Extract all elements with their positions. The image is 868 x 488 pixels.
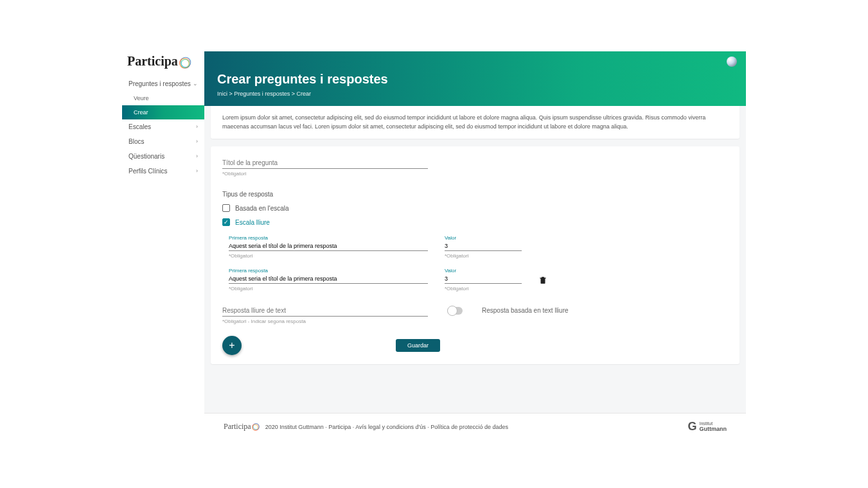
- sidebar-item-questionaris[interactable]: Qüestionaris ›: [122, 149, 204, 164]
- chevron-right-icon: ›: [196, 168, 198, 174]
- sidebar-item-escales[interactable]: Escales ›: [122, 119, 204, 134]
- float-label: Valor: [445, 268, 522, 274]
- response-row: Primera resposta *Obligatori Valor *Obli…: [229, 235, 728, 259]
- sidebar-nav: Preguntes i respostes ⌄ Veure Crear Esca…: [122, 76, 204, 179]
- helper-text: *Obligatori: [222, 171, 728, 177]
- sidebar-item-label: Preguntes i respostes: [128, 80, 191, 87]
- info-card: Lorem ipsum dolor sit amet, consectetur …: [211, 106, 740, 139]
- response-type-label: Tipus de resposta: [222, 191, 728, 198]
- helper-text: *Obligatori: [229, 286, 428, 292]
- response-value-col: Valor *Obligatori: [445, 268, 522, 292]
- free-text-row: *Obligatori - Indicar segona resposta Re…: [222, 303, 728, 324]
- float-label: Primera resposta: [229, 235, 428, 241]
- sidebar-item-label: Escales: [128, 123, 151, 130]
- info-text: Lorem ipsum dolor sit amet, consectetur …: [222, 114, 705, 130]
- response-title-input[interactable]: [229, 274, 428, 284]
- float-label: Primera resposta: [229, 268, 428, 274]
- footer-left: Participa 2020 Institut Guttmann · Parti…: [224, 422, 508, 431]
- footer-brand: Participa: [224, 422, 260, 431]
- checkbox-icon: [222, 204, 230, 212]
- chevron-down-icon: ⌄: [193, 80, 198, 87]
- responses-block: Primera resposta *Obligatori Valor *Obli…: [222, 235, 728, 292]
- helper-text: *Obligatori: [445, 253, 522, 259]
- helper-text: *Obligatori: [229, 253, 428, 259]
- form-actions: + Guardar: [222, 336, 728, 355]
- page-title: Crear preguntes i respostes: [217, 72, 733, 87]
- brand-name: Participa: [127, 54, 178, 69]
- response-title-input[interactable]: [229, 241, 428, 251]
- g-mark-icon: G: [687, 420, 696, 433]
- sidebar-item-label: Qüestionaris: [128, 153, 164, 160]
- sidebar-item-label: Blocs: [128, 138, 144, 145]
- app-shell: Participa Preguntes i respostes ⌄ Veure …: [122, 51, 746, 440]
- checkbox-checked-icon: [222, 218, 230, 226]
- question-title-field: *Obligatori: [222, 155, 728, 177]
- page-header: Crear preguntes i respostes Inici > Preg…: [204, 51, 746, 106]
- sidebar: Participa Preguntes i respostes ⌄ Veure …: [122, 51, 204, 440]
- option-label: Basada en l'escala: [235, 205, 289, 212]
- main: Crear preguntes i respostes Inici > Preg…: [204, 51, 746, 440]
- option-label: Escala lliure: [235, 219, 270, 226]
- free-text-input[interactable]: [222, 303, 428, 317]
- chevron-right-icon: ›: [196, 123, 198, 130]
- footer-text: 2020 Institut Guttmann · Participa · Aví…: [265, 424, 508, 430]
- float-label: Valor: [445, 235, 522, 241]
- response-value-col: Valor *Obligatori: [445, 235, 522, 259]
- org-main: Guttmann: [700, 426, 727, 432]
- trash-icon: [538, 275, 547, 284]
- chevron-right-icon: ›: [196, 153, 198, 159]
- response-value-input[interactable]: [445, 274, 522, 284]
- sidebar-item-blocs[interactable]: Blocs ›: [122, 134, 204, 149]
- delete-response-button[interactable]: [538, 275, 547, 284]
- response-title-col: Primera resposta *Obligatori: [229, 268, 428, 292]
- sidebar-sub-veure[interactable]: Veure: [122, 91, 204, 105]
- sidebar-item-label: Perfils Clínics: [128, 168, 168, 175]
- save-button[interactable]: Guardar: [396, 339, 440, 352]
- option-basada-escala[interactable]: Basada en l'escala: [222, 204, 728, 212]
- response-value-input[interactable]: [445, 241, 522, 251]
- footer: Participa 2020 Institut Guttmann · Parti…: [204, 413, 746, 440]
- add-response-button[interactable]: +: [222, 336, 242, 355]
- brand-swirl-icon: [251, 423, 260, 431]
- question-title-input[interactable]: [222, 155, 428, 169]
- form-card: *Obligatori Tipus de resposta Basada en …: [211, 146, 740, 364]
- helper-text: *Obligatori: [445, 286, 522, 292]
- response-title-col: Primera resposta *Obligatori: [229, 235, 428, 259]
- sidebar-sub-crear[interactable]: Crear: [122, 105, 204, 119]
- option-escala-lliure[interactable]: Escala lliure: [222, 218, 728, 226]
- free-text-col: *Obligatori - Indicar segona resposta: [222, 303, 428, 324]
- chevron-right-icon: ›: [196, 138, 198, 144]
- svg-point-3: [181, 59, 190, 67]
- footer-org-logo: G Institut Guttmann: [687, 420, 727, 433]
- brand-logo: Participa: [122, 51, 204, 76]
- avatar[interactable]: [727, 57, 737, 67]
- page-body: Lorem ipsum dolor sit amet, consectetur …: [204, 106, 746, 413]
- sidebar-item-preguntes[interactable]: Preguntes i respostes ⌄: [122, 76, 204, 91]
- response-row: Primera resposta *Obligatori Valor *Obli…: [229, 268, 728, 292]
- toggle-label: Resposta basada en text lliure: [482, 307, 569, 314]
- svg-point-5: [253, 424, 259, 430]
- breadcrumb: Inici > Preguntes i respostes > Crear: [217, 91, 733, 97]
- brand-swirl-icon: [178, 56, 192, 70]
- plus-icon: +: [229, 340, 235, 351]
- free-text-toggle[interactable]: [447, 307, 463, 315]
- sidebar-item-perfils[interactable]: Perfils Clínics ›: [122, 164, 204, 179]
- helper-text: *Obligatori - Indicar segona resposta: [222, 318, 428, 324]
